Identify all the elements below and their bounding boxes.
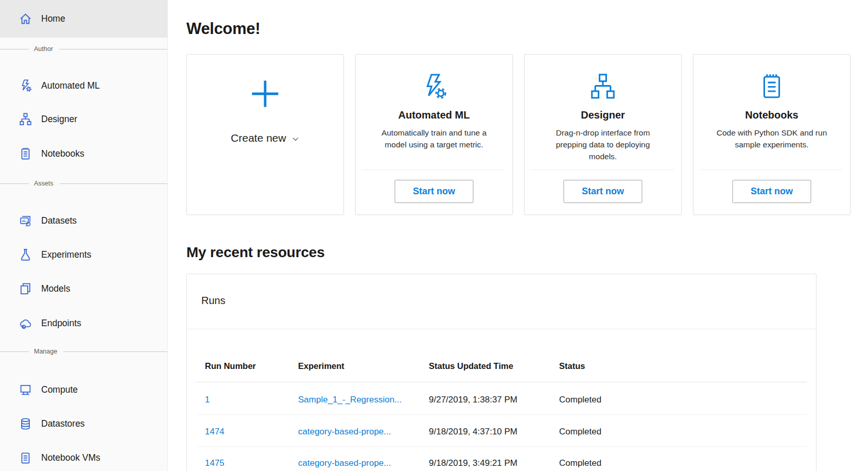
home-icon: [19, 12, 32, 26]
sidebar-item-label: Experiments: [41, 249, 91, 260]
card-description: Drag-n-drop interface from prepping data…: [543, 127, 663, 162]
column-header-experiment: Experiment: [298, 361, 344, 371]
sidebar-item-label: Notebook VMs: [41, 452, 100, 463]
notebook-vms-icon: [19, 451, 32, 465]
sidebar-item-endpoints[interactable]: Endpoints: [0, 307, 167, 340]
designer-icon: [588, 72, 617, 102]
notebooks-card: Notebooks Code with Python SDK and run s…: [693, 54, 850, 215]
sidebar-item-compute[interactable]: Compute: [0, 373, 167, 406]
card-description: Code with Python SDK and run sample expe…: [711, 127, 832, 150]
divider: [701, 170, 843, 170]
section-label: Manage: [29, 348, 63, 355]
sidebar-item-automated-ml[interactable]: Automated ML: [0, 69, 167, 102]
sidebar-section-author: Author: [0, 45, 167, 53]
card-title: Designer: [581, 109, 625, 121]
sidebar-item-label: Models: [41, 283, 70, 294]
status-value: Completed: [559, 458, 601, 468]
quick-start-cards: Create new Automated ML Automatically tr…: [186, 54, 850, 215]
sidebar-item-models[interactable]: Models: [0, 272, 167, 305]
runs-panel: Runs Run Number Experiment Status Update…: [186, 274, 817, 471]
start-now-button-notebooks[interactable]: Start now: [733, 180, 811, 203]
sidebar-item-label: Notebooks: [41, 148, 84, 159]
recent-resources-heading: My recent resources: [186, 244, 325, 261]
sidebar-item-label: Compute: [41, 384, 78, 395]
sidebar-item-label: Datasets: [41, 215, 77, 226]
notebooks-icon: [19, 147, 32, 161]
main-content: Welcome! Create new: [168, 0, 868, 471]
card-title: Automated ML: [398, 109, 470, 121]
sidebar-item-label: Designer: [41, 114, 77, 125]
divider: [196, 446, 807, 447]
divider: [0, 351, 29, 352]
create-new-label: Create new: [231, 132, 286, 144]
divider: [63, 351, 167, 352]
experiment-link[interactable]: category-based-prope...: [298, 427, 391, 437]
automated-ml-icon: [19, 79, 32, 93]
status-updated-time: 9/27/2019, 1:38:37 PM: [429, 395, 517, 405]
card-title: Notebooks: [745, 109, 798, 121]
runs-panel-title: Runs: [201, 295, 225, 307]
notebooks-icon: [757, 72, 786, 102]
run-number-link[interactable]: 1475: [205, 458, 224, 468]
divider: [196, 414, 807, 415]
create-new-card[interactable]: Create new: [186, 54, 344, 215]
divider: [59, 49, 167, 49]
sidebar-item-notebook-vms[interactable]: Notebook VMs: [0, 441, 167, 471]
column-header-status: Status: [559, 361, 585, 371]
designer-icon: [19, 112, 32, 126]
datasets-icon: [19, 214, 32, 228]
experiment-link[interactable]: Sample_1_-_Regression...: [298, 395, 402, 405]
divider: [532, 170, 674, 170]
experiments-icon: [19, 248, 32, 262]
column-header-status-updated-time: Status Updated Time: [429, 361, 513, 371]
section-label: Author: [29, 45, 59, 53]
section-label: Assets: [29, 180, 60, 187]
sidebar: Home Author Automated ML Designer: [0, 0, 168, 471]
sidebar-item-label: Endpoints: [41, 318, 81, 329]
status-value: Completed: [559, 427, 601, 437]
sidebar-item-label: Home: [41, 13, 65, 24]
automated-ml-icon: [420, 72, 448, 102]
compute-icon: [19, 383, 32, 397]
divider: [0, 183, 29, 184]
automated-ml-card: Automated ML Automatically train and tun…: [355, 54, 513, 215]
sidebar-item-label: Datastores: [41, 418, 85, 429]
card-description: Automatically train and tune a model usi…: [374, 127, 494, 150]
run-number-link[interactable]: 1: [205, 395, 210, 405]
sidebar-item-notebooks[interactable]: Notebooks: [0, 137, 167, 170]
sidebar-item-datasets[interactable]: Datasets: [0, 204, 167, 237]
divider: [363, 170, 505, 170]
plus-icon: [248, 76, 283, 111]
start-now-button-designer[interactable]: Start now: [564, 180, 643, 203]
table-row: 1474 category-based-prope... 9/18/2019, …: [187, 427, 816, 439]
status-value: Completed: [559, 395, 601, 405]
table-header-row: Run Number Experiment Status Updated Tim…: [187, 361, 816, 374]
table-row: 1 Sample_1_-_Regression... 9/27/2019, 1:…: [187, 395, 816, 407]
chevron-down-icon: [291, 135, 300, 143]
sidebar-item-home[interactable]: Home: [0, 0, 167, 38]
run-number-link[interactable]: 1474: [205, 427, 224, 437]
divider: [196, 382, 807, 382]
sidebar-section-assets: Assets: [0, 179, 167, 188]
models-icon: [19, 282, 32, 296]
divider: [60, 183, 167, 184]
divider: [0, 49, 29, 49]
designer-card: Designer Drag-n-drop interface from prep…: [524, 54, 682, 215]
table-row: 1475 category-based-prope... 9/18/2019, …: [187, 458, 816, 470]
divider: [187, 329, 816, 329]
status-updated-time: 9/18/2019, 3:49:21 PM: [429, 458, 517, 468]
sidebar-item-experiments[interactable]: Experiments: [0, 238, 167, 271]
sidebar-section-manage: Manage: [0, 347, 167, 356]
start-now-button-automated-ml[interactable]: Start now: [395, 180, 474, 203]
endpoints-icon: [19, 316, 32, 330]
sidebar-item-datastores[interactable]: Datastores: [0, 407, 167, 440]
sidebar-item-label: Automated ML: [41, 80, 100, 91]
sidebar-item-designer[interactable]: Designer: [0, 103, 167, 136]
status-updated-time: 9/18/2019, 4:37:10 PM: [429, 427, 517, 437]
page-title: Welcome!: [186, 20, 260, 38]
datastores-icon: [19, 417, 32, 431]
column-header-run-number: Run Number: [205, 361, 256, 371]
experiment-link[interactable]: category-based-prope...: [298, 458, 391, 468]
